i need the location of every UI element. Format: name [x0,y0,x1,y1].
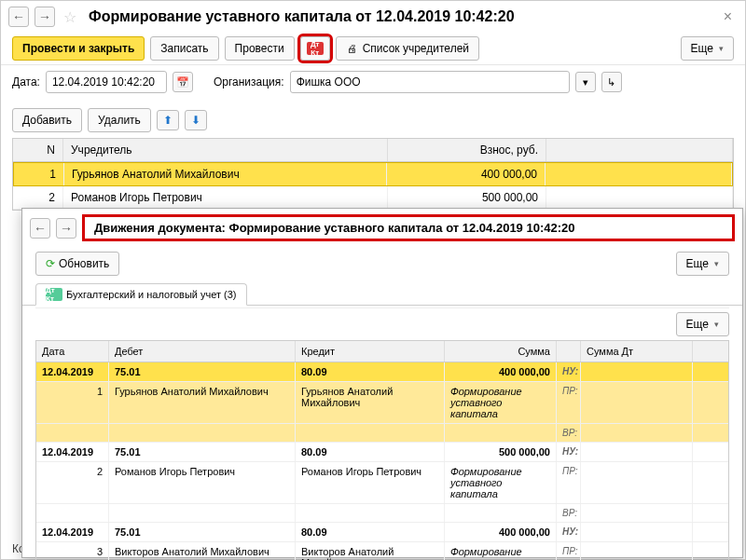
grid-toolbar: Добавить Удалить ⬆ ⬇ [1,102,745,138]
refresh-button[interactable]: ⟳ Обновить [35,252,119,276]
print-icon [346,42,359,55]
refresh-label: Обновить [59,257,109,270]
window-title: Формирование уставного капитала от 12.04… [89,8,712,25]
sub-more-button[interactable]: Еще▾ [676,252,729,276]
org-label: Организация: [214,75,284,89]
move-up-button[interactable]: ⬆ [157,110,179,130]
table-row[interactable]: 1 Гурьянов Анатолий Михайлович 400 000,0… [13,162,733,186]
movements-title: Движения документа: Формирование уставно… [82,214,735,241]
sub-nav-back-button[interactable]: ← [30,218,50,239]
mh-debet[interactable]: Дебет [109,341,296,362]
table-header: N Учредитель Взнос, руб. [13,139,733,162]
movement-row-account[interactable]: 12.04.201975.0180.09500 000,00НУ: [36,443,728,462]
moves-more-button[interactable]: Еще▾ [676,312,729,336]
post-and-close-button[interactable]: Провести и закрыть [12,36,145,61]
mh-sum[interactable]: Сумма [445,341,557,362]
movement-row-subconto[interactable]: 1Гурьянов Анатолий МихайловичГурьянов Ан… [36,382,728,424]
founders-list-button[interactable]: Список учредителей [336,36,479,61]
org-open-button[interactable]: ↳ [601,72,622,92]
col-n-header[interactable]: N [13,139,63,161]
sub-nav-fwd-button[interactable]: → [56,218,76,239]
refresh-icon: ⟳ [46,257,55,270]
cell-amount: 400 000,00 [387,163,546,185]
chevron-down-icon: ▾ [719,44,724,53]
movement-row-subconto[interactable]: 3Викторов Анатолий МихайловичВикторов Ан… [36,542,728,560]
chevron-down-icon: ▾ [714,320,719,329]
movement-row-account[interactable]: 12.04.201975.0180.09400 000,00НУ: [36,523,728,542]
form-row: Дата: 12.04.2019 10:42:20 📅 Организация:… [1,65,745,102]
movement-row-subconto[interactable]: 2Романов Игорь ПетровичРоманов Игорь Пет… [36,462,728,504]
dtkt-icon: Дт Кт [307,42,324,55]
col-spacer [546,139,733,161]
add-button[interactable]: Добавить [12,108,82,132]
tab-accounting[interactable]: Дт Кт Бухгалтерский и налоговый учет (3) [35,283,247,306]
tab-label: Бухгалтерский и налоговый учет (3) [66,289,237,300]
mh-lbl [557,341,581,362]
mh-date[interactable]: Дата [36,341,109,362]
mh-sumdt[interactable]: Сумма Дт [581,341,693,362]
write-button[interactable]: Записать [150,36,218,61]
delete-button[interactable]: Удалить [88,108,151,132]
nav-back-button[interactable]: ← [8,7,29,27]
movement-row-account[interactable]: 12.04.201975.0180.09400 000,00НУ: [36,362,728,382]
movements-window: ← → Движения документа: Формирование уст… [21,208,743,558]
movement-row-extra[interactable]: ВР: [36,504,728,523]
moves-more-label: Еще [686,318,709,331]
cell-amount: 500 000,00 [388,186,546,209]
cell-n: 2 [13,186,63,209]
movements-header: Дата Дебет Кредит Сумма Сумма Дт [36,341,728,362]
mh-kredit[interactable]: Кредит [296,341,445,362]
titlebar: ← → ☆ Формирование уставного капитала от… [1,1,745,33]
tab-strip: Дт Кт Бухгалтерский и налоговый учет (3) [22,282,742,306]
date-input[interactable]: 12.04.2019 10:42:20 [46,71,167,93]
more-label: Еще [691,42,713,55]
move-down-button[interactable]: ⬇ [185,110,207,130]
post-button[interactable]: Провести [225,36,295,61]
cell-n: 1 [14,163,64,185]
sub-more-label: Еще [686,257,709,270]
col-founder-header[interactable]: Учредитель [63,139,388,161]
table-row[interactable]: 2 Романов Игорь Петрович 500 000,00 [13,186,733,210]
cell-founder: Романов Игорь Петрович [63,186,388,209]
founders-list-label: Список учредителей [363,42,469,55]
main-toolbar: Провести и закрыть Записать Провести Дт … [1,33,745,65]
col-amount-header[interactable]: Взнос, руб. [388,139,546,161]
date-label: Дата: [12,75,40,89]
cell-spacer [546,186,733,209]
nav-fwd-button[interactable]: → [35,7,55,27]
movements-table: Дата Дебет Кредит Сумма Сумма Дт 12.04.2… [35,340,729,560]
calendar-button[interactable]: 📅 [173,72,193,92]
favorite-star-icon[interactable]: ☆ [61,7,79,26]
org-input[interactable]: Фишка ООО [290,71,570,93]
founders-table: N Учредитель Взнос, руб. 1 Гурьянов Анат… [12,138,734,211]
chevron-down-icon: ▾ [714,259,719,268]
dtkt-icon: Дт Кт [46,288,62,301]
dtkt-button[interactable]: Дт Кт [300,36,330,61]
org-dropdown-button[interactable]: ▾ [575,72,596,92]
close-icon[interactable]: × [718,8,738,25]
more-button[interactable]: Еще▾ [681,36,734,61]
cell-founder: Гурьянов Анатолий Михайлович [64,163,387,185]
movement-row-extra[interactable]: ВР: [36,424,728,443]
cell-spacer [546,163,732,185]
